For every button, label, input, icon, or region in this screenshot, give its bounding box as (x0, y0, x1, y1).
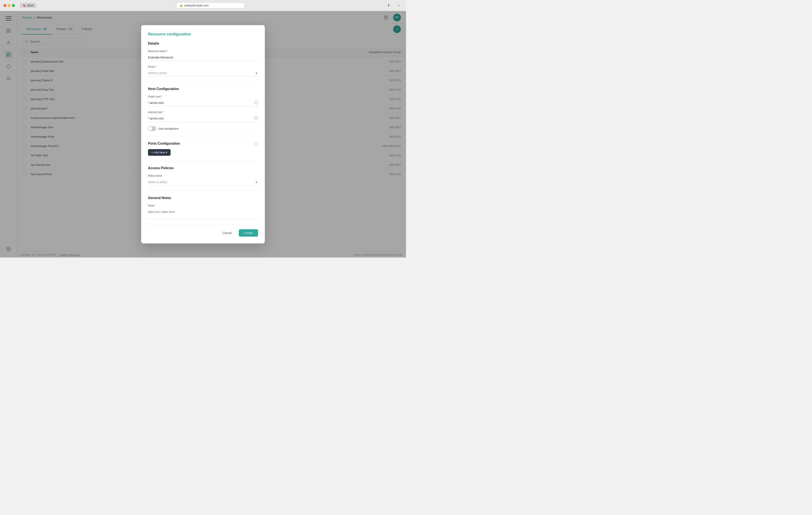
create-button[interactable]: Create (239, 229, 258, 237)
ports-config-title: Ports Configuration (148, 142, 180, 145)
browser-tab[interactable]: 🔖 Work (20, 3, 36, 8)
proxy-group: Proxy * Select a proxy ▾ (148, 65, 258, 77)
close-button[interactable] (3, 4, 6, 7)
divider-1 (148, 82, 258, 82)
ports-info-icon[interactable]: i (254, 141, 258, 146)
cancel-button[interactable]: Cancel (218, 229, 236, 237)
internal-host-group: Internal host * (148, 111, 258, 122)
public-host-group: Public host * (148, 95, 258, 106)
ports-config-section: Ports Configuration i (148, 141, 258, 146)
details-section-title: Details (148, 42, 258, 46)
use-exceptions-label: Use exceptions (158, 127, 179, 130)
public-host-input[interactable] (148, 100, 258, 106)
modal-footer: Cancel Create (148, 225, 258, 237)
internal-host-label: Internal host * (148, 111, 258, 114)
policy-select[interactable]: Select a policy (148, 179, 258, 186)
use-exceptions-row: Use exceptions (148, 126, 258, 131)
lock-icon: 🔒 (179, 4, 183, 7)
host-config-section-title: Host Configuration (148, 87, 258, 91)
browser-tab-bar: 🔖 Work (20, 3, 36, 8)
add-new-wrap: + Add New ▾ (148, 149, 258, 156)
maximize-button[interactable] (12, 4, 15, 7)
access-policies-title: Access Policies (148, 166, 258, 170)
proxy-label: Proxy * (148, 65, 258, 68)
modal-title: Resource configuration (148, 32, 258, 36)
share-icon[interactable]: ⬆ (385, 2, 393, 9)
internal-host-input-wrap (148, 115, 258, 122)
minimize-button[interactable] (8, 4, 11, 7)
url-text: enterprise.fyde.com (184, 4, 208, 7)
browser-actions: ⬆ + (385, 2, 403, 9)
public-host-input-wrap (148, 100, 258, 106)
browser-chrome: 🔖 Work 🔒 enterprise.fyde.com ⬆ + (0, 0, 406, 11)
resource-name-input[interactable] (148, 54, 258, 61)
new-tab-icon[interactable]: + (395, 2, 403, 9)
tab-favicon: 🔖 (23, 4, 26, 7)
resource-name-label: Resource name * (148, 50, 258, 53)
divider-2 (148, 136, 258, 136)
general-notes-title: General Notes (148, 196, 258, 200)
public-host-label: Public host * (148, 95, 258, 98)
address-bar: 🔒 enterprise.fyde.com (39, 3, 382, 8)
tab-label: Work (27, 4, 34, 7)
add-new-button[interactable]: + Add New ▾ (148, 149, 171, 156)
internal-host-input[interactable] (148, 115, 258, 122)
use-exceptions-toggle[interactable] (148, 126, 156, 131)
internal-host-info-icon[interactable] (254, 116, 258, 121)
notes-label: Notes (148, 204, 258, 207)
url-input[interactable]: 🔒 enterprise.fyde.com (176, 3, 244, 8)
public-host-info-icon[interactable] (254, 101, 258, 105)
resource-config-modal: Resource configuration Details Resource … (141, 25, 265, 243)
resource-name-group: Resource name * (148, 50, 258, 61)
proxy-select[interactable]: Select a proxy (148, 70, 258, 77)
modal-overlay: Resource configuration Details Resource … (0, 11, 406, 258)
divider-4 (148, 191, 258, 191)
notes-input[interactable] (148, 209, 258, 219)
policy-select-wrap: Select a policy ▾ (148, 179, 258, 186)
proxy-select-wrap: Select a proxy ▾ (148, 70, 258, 77)
policy-name-label: Policy name (148, 174, 258, 177)
traffic-lights (3, 4, 15, 7)
policy-name-group: Policy name Select a policy ▾ (148, 174, 258, 186)
notes-group: Notes (148, 204, 258, 220)
